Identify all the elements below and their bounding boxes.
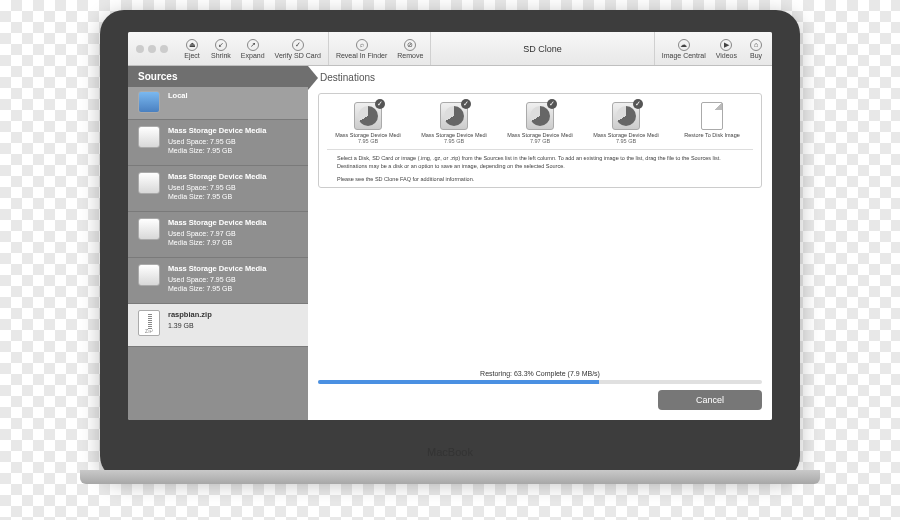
source-used: Used Space: 7.97 GB bbox=[168, 229, 266, 238]
destination-item[interactable]: ✓ Mass Storage Device Medi 7.97 GB bbox=[499, 102, 581, 144]
source-drive[interactable]: Mass Storage Device MediaUsed Space: 7.9… bbox=[128, 258, 308, 304]
check-icon: ✓ bbox=[547, 99, 557, 109]
dest-size bbox=[711, 138, 713, 144]
destination-item[interactable]: ✓ Mass Storage Device Medi 7.95 GB bbox=[327, 102, 409, 144]
dest-size: 7.95 GB bbox=[358, 138, 378, 144]
check-icon: ✓ bbox=[633, 99, 643, 109]
destination-item[interactable]: ✓ Mass Storage Device Medi 7.95 GB bbox=[585, 102, 667, 144]
magnify-icon: ⌕ bbox=[356, 39, 368, 51]
sidebar: Sources Local Mass Storage Device MediaU… bbox=[128, 66, 308, 420]
toolbar-label: Image Central bbox=[662, 52, 706, 59]
source-name: Mass Storage Device Media bbox=[168, 126, 266, 136]
shrink-button[interactable]: ↙Shrink bbox=[207, 38, 235, 60]
toolbar-label: Verify SD Card bbox=[275, 52, 321, 59]
main-panel: Destinations ✓ Mass Storage Device Medi … bbox=[308, 66, 772, 420]
remove-icon: ⊘ bbox=[404, 39, 416, 51]
toolbar-label: Videos bbox=[716, 52, 737, 59]
zip-icon: ZIP bbox=[138, 310, 160, 336]
toolbar-label: Reveal In Finder bbox=[336, 52, 387, 59]
source-size: 1.39 GB bbox=[168, 321, 212, 330]
progress-fill bbox=[318, 380, 599, 384]
destinations-area: ✓ Mass Storage Device Medi 7.95 GB ✓ Mas… bbox=[318, 93, 762, 188]
laptop-frame: ⏏Eject ↙Shrink ↗Expand ✓Verify SD Card ⌕… bbox=[100, 10, 800, 480]
toolbar-group-right: ☁Image Central ▶Videos ⌂Buy bbox=[654, 32, 772, 65]
disk-icon: ✓ bbox=[526, 102, 554, 130]
source-used: Used Space: 7.95 GB bbox=[168, 183, 266, 192]
eject-icon: ⏏ bbox=[186, 39, 198, 51]
toolbar-label: Buy bbox=[750, 52, 762, 59]
toolbar-group-left: ⏏Eject ↙Shrink ↗Expand ✓Verify SD Card bbox=[176, 32, 329, 65]
window-title: SD Clone bbox=[431, 44, 653, 54]
destination-item[interactable]: ✓ Mass Storage Device Medi 7.95 GB bbox=[413, 102, 495, 144]
source-drive[interactable]: Mass Storage Device MediaUsed Space: 7.9… bbox=[128, 166, 308, 212]
drive-icon bbox=[138, 264, 160, 286]
sources-list: Local Mass Storage Device MediaUsed Spac… bbox=[128, 87, 308, 420]
dest-size: 7.97 GB bbox=[530, 138, 550, 144]
toolbar-label: Remove bbox=[397, 52, 423, 59]
destinations-header: Destinations bbox=[308, 66, 772, 89]
check-icon: ✓ bbox=[375, 99, 385, 109]
file-icon bbox=[701, 102, 723, 130]
toolbar: ⏏Eject ↙Shrink ↗Expand ✓Verify SD Card ⌕… bbox=[128, 32, 772, 66]
info-text: Select a Disk, SD Card or image (.img, .… bbox=[337, 154, 743, 171]
source-name: Mass Storage Device Media bbox=[168, 264, 266, 274]
eject-button[interactable]: ⏏Eject bbox=[179, 38, 205, 60]
source-size: Media Size: 7.95 GB bbox=[168, 284, 266, 293]
cancel-button[interactable]: Cancel bbox=[658, 390, 762, 410]
source-local[interactable]: Local bbox=[128, 87, 308, 120]
info-text: Please see the SD Clone FAQ for addition… bbox=[337, 175, 743, 183]
verify-button[interactable]: ✓Verify SD Card bbox=[271, 38, 325, 60]
buy-button[interactable]: ⌂Buy bbox=[743, 38, 769, 60]
toolbar-label: Shrink bbox=[211, 52, 231, 59]
remove-button[interactable]: ⊘Remove bbox=[393, 38, 427, 60]
videos-button[interactable]: ▶Videos bbox=[712, 38, 741, 60]
source-name: Local bbox=[168, 91, 188, 101]
verify-icon: ✓ bbox=[292, 39, 304, 51]
destinations-row: ✓ Mass Storage Device Medi 7.95 GB ✓ Mas… bbox=[327, 102, 753, 144]
dest-size: 7.95 GB bbox=[616, 138, 636, 144]
drive-icon bbox=[138, 172, 160, 194]
minimize-icon[interactable] bbox=[148, 45, 156, 53]
progress-bar bbox=[318, 380, 762, 384]
expand-icon: ↗ bbox=[247, 39, 259, 51]
button-row: Cancel bbox=[308, 390, 772, 420]
close-icon[interactable] bbox=[136, 45, 144, 53]
source-name: Mass Storage Device Media bbox=[168, 218, 266, 228]
screen: ⏏Eject ↙Shrink ↗Expand ✓Verify SD Card ⌕… bbox=[128, 32, 772, 420]
computer-icon bbox=[138, 91, 160, 113]
source-zip[interactable]: ZIP raspbian.zip1.39 GB bbox=[128, 304, 308, 347]
toolbar-label: Eject bbox=[184, 52, 200, 59]
source-used: Used Space: 7.95 GB bbox=[168, 275, 266, 284]
source-drive[interactable]: Mass Storage Device MediaUsed Space: 7.9… bbox=[128, 120, 308, 166]
body: Sources Local Mass Storage Device MediaU… bbox=[128, 66, 772, 420]
progress-label: Restoring: 63.3% Complete (7.9 MB/s) bbox=[308, 370, 772, 377]
source-used: Used Space: 7.95 GB bbox=[168, 137, 266, 146]
toolbar-group-middle: ⌕Reveal In Finder ⊘Remove bbox=[329, 32, 431, 65]
destination-restore[interactable]: Restore To Disk Image bbox=[671, 102, 753, 144]
disk-icon: ✓ bbox=[440, 102, 468, 130]
source-size: Media Size: 7.97 GB bbox=[168, 238, 266, 247]
device-label: MacBook bbox=[100, 446, 800, 458]
toolbar-label: Expand bbox=[241, 52, 265, 59]
globe-icon: ☁ bbox=[678, 39, 690, 51]
reveal-button[interactable]: ⌕Reveal In Finder bbox=[332, 38, 391, 60]
source-drive[interactable]: Mass Storage Device MediaUsed Space: 7.9… bbox=[128, 212, 308, 258]
expand-button[interactable]: ↗Expand bbox=[237, 38, 269, 60]
source-name: Mass Storage Device Media bbox=[168, 172, 266, 182]
source-name: raspbian.zip bbox=[168, 310, 212, 320]
laptop-base bbox=[80, 470, 820, 484]
cart-icon: ⌂ bbox=[750, 39, 762, 51]
shrink-icon: ↙ bbox=[215, 39, 227, 51]
zoom-icon[interactable] bbox=[160, 45, 168, 53]
image-central-button[interactable]: ☁Image Central bbox=[658, 38, 710, 60]
check-icon: ✓ bbox=[461, 99, 471, 109]
window-controls[interactable] bbox=[128, 45, 176, 53]
disk-icon: ✓ bbox=[354, 102, 382, 130]
divider bbox=[327, 149, 753, 150]
disk-icon: ✓ bbox=[612, 102, 640, 130]
video-icon: ▶ bbox=[720, 39, 732, 51]
source-size: Media Size: 7.95 GB bbox=[168, 146, 266, 155]
drive-icon bbox=[138, 218, 160, 240]
spacer bbox=[308, 192, 772, 370]
drive-icon bbox=[138, 126, 160, 148]
